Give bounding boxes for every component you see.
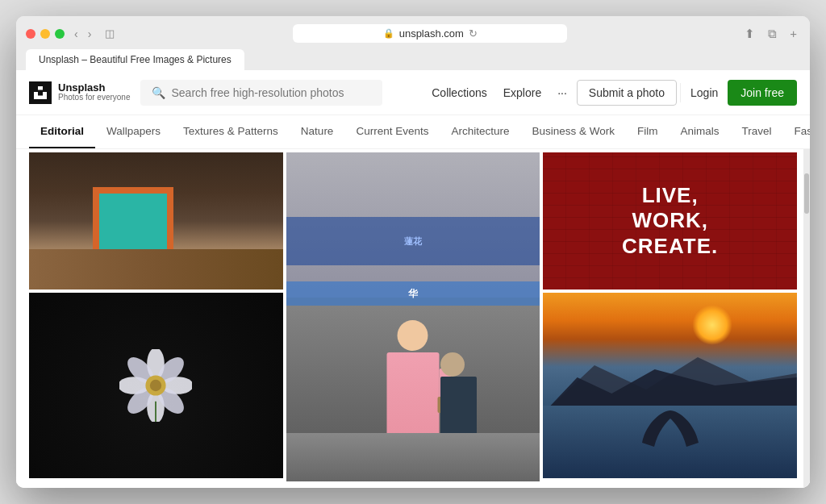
parade-banner: 华 <box>286 281 540 306</box>
photo-wood-window[interactable] <box>29 152 283 289</box>
unsplash-logo-svg <box>34 86 47 99</box>
svg-point-9 <box>150 380 161 391</box>
category-wallpapers[interactable]: Wallpapers <box>95 115 172 148</box>
browser-chrome: ‹ › ◫ 🔒 unsplash.com ↻ ⬆ ⧉ + Unsplash – … <box>16 16 810 70</box>
search-icon: 🔍 <box>152 86 165 99</box>
submit-photo-button[interactable]: Submit a photo <box>577 80 677 106</box>
minimize-button[interactable] <box>40 29 50 39</box>
forward-button[interactable]: › <box>85 26 95 42</box>
logo-name: Unsplash <box>58 82 131 93</box>
new-tab-button[interactable]: + <box>786 25 800 42</box>
category-nature[interactable]: Nature <box>290 115 345 148</box>
join-button[interactable]: Join free <box>728 80 797 106</box>
category-animals[interactable]: Animals <box>670 115 731 148</box>
scrollbar-track[interactable] <box>803 149 810 488</box>
share-button[interactable]: ⬆ <box>741 25 758 43</box>
logo-text: Unsplash Photos for everyone <box>58 82 131 102</box>
parade-scene: 蓮花 <box>286 152 540 481</box>
back-button[interactable]: ‹ <box>71 26 81 42</box>
login-button[interactable]: Login <box>684 83 724 102</box>
close-button[interactable] <box>26 29 35 39</box>
category-textures[interactable]: Textures & Patterns <box>172 115 290 148</box>
url-text: unsplash.com <box>399 27 464 40</box>
category-business[interactable]: Business & Work <box>520 115 626 148</box>
traffic-lights <box>26 29 65 39</box>
photo-col-3: LIVE,WORK,CREATE. <box>543 152 797 481</box>
category-travel[interactable]: Travel <box>731 115 783 148</box>
category-fashion[interactable]: Fashion <box>783 115 810 148</box>
ssl-lock-icon: 🔒 <box>383 28 394 39</box>
header-divider <box>680 83 681 102</box>
category-current-events[interactable]: Current Events <box>344 115 440 148</box>
flower-svg <box>119 349 192 422</box>
browser-titlebar: ‹ › ◫ 🔒 unsplash.com ↻ ⬆ ⧉ + <box>26 24 800 43</box>
live-work-create-text: LIVE,WORK,CREATE. <box>622 183 718 259</box>
search-input[interactable] <box>172 86 371 99</box>
app-header: Unsplash Photos for everyone 🔍 Collectio… <box>16 70 810 115</box>
app-container: Unsplash Photos for everyone 🔍 Collectio… <box>16 70 810 488</box>
address-bar-container: 🔒 unsplash.com ↻ <box>125 24 735 43</box>
refresh-icon[interactable]: ↻ <box>469 27 478 40</box>
more-menu-button[interactable]: ··· <box>551 83 574 102</box>
add-tab-button[interactable]: ⧉ <box>765 25 780 43</box>
sun <box>692 305 732 345</box>
pavement <box>286 433 540 481</box>
blue-group: 蓮花 <box>286 217 540 265</box>
tab-title: Unsplash – Beautiful Free Images & Pictu… <box>39 54 232 65</box>
maximize-button[interactable] <box>55 29 65 39</box>
logo-area[interactable]: Unsplash Photos for everyone <box>29 81 131 104</box>
browser-nav-buttons: ‹ › <box>71 26 94 42</box>
active-tab[interactable]: Unsplash – Beautiful Free Images & Pictu… <box>26 49 244 70</box>
photo-flower[interactable] <box>29 293 283 478</box>
whale-tail <box>638 402 703 454</box>
categories-nav: Editorial Wallpapers Textures & Patterns… <box>16 115 810 149</box>
search-bar[interactable]: 🔍 <box>140 80 382 106</box>
browser-toolbar-right: ⬆ ⧉ + <box>741 25 800 43</box>
browser-tabs: Unsplash – Beautiful Free Images & Pictu… <box>26 49 800 70</box>
address-bar[interactable]: 🔒 unsplash.com ↻ <box>293 24 567 43</box>
photo-col-1 <box>29 152 283 481</box>
logo-icon <box>29 81 52 104</box>
photo-live-work-create[interactable]: LIVE,WORK,CREATE. <box>543 152 797 289</box>
browser-window: ‹ › ◫ 🔒 unsplash.com ↻ ⬆ ⧉ + Unsplash – … <box>16 16 810 488</box>
reader-view-button[interactable]: ◫ <box>101 26 119 41</box>
category-film[interactable]: Film <box>626 115 670 148</box>
category-editorial[interactable]: Editorial <box>29 115 95 148</box>
photo-whale[interactable] <box>543 293 797 478</box>
log-pile <box>29 249 283 289</box>
explore-link[interactable]: Explore <box>497 83 548 102</box>
photo-parade[interactable]: 蓮花 <box>286 152 540 481</box>
header-nav: Collections Explore ··· Submit a photo L… <box>425 80 797 106</box>
scrollbar-thumb[interactable] <box>804 173 809 214</box>
category-architecture[interactable]: Architecture <box>440 115 520 148</box>
collections-link[interactable]: Collections <box>425 83 493 102</box>
photo-grid: 蓮花 <box>16 149 810 488</box>
logo-tagline: Photos for everyone <box>58 93 131 102</box>
